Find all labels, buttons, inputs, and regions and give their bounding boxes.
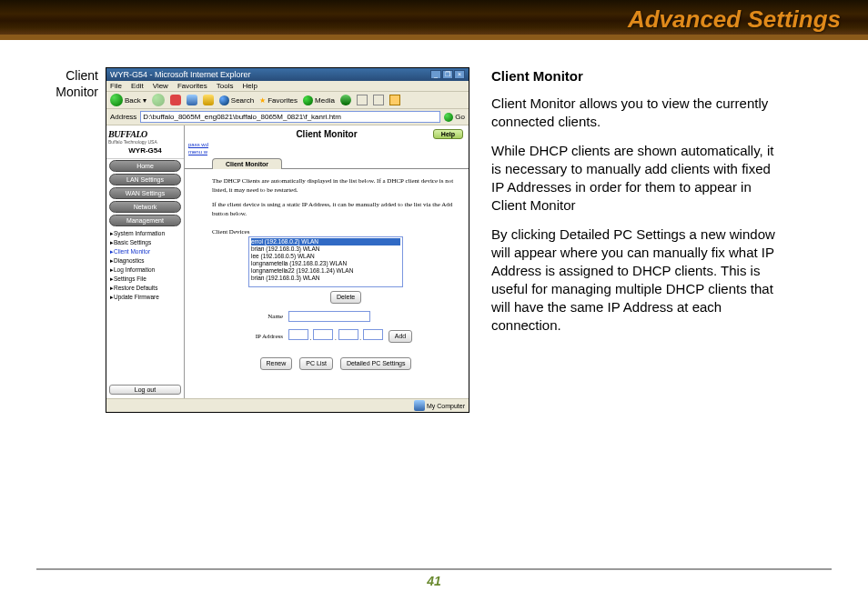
menu-tools[interactable]: Tools [217,82,234,90]
add-button[interactable]: Add [389,330,412,343]
nav-network[interactable]: Network [109,201,181,213]
nav-home[interactable]: Home [109,160,181,172]
subnav-client-monitor[interactable]: ▸Client Monitor [108,247,182,256]
browser-menu-bar: File Edit View Favorites Tools Help [106,81,469,92]
ip-octet-3[interactable] [338,329,358,340]
breadcrumb-links: pass wd menu w [185,141,469,155]
refresh-icon[interactable] [187,95,197,105]
buffalo-logo: BUFFALO [108,129,182,139]
tab-bar: Client Monitor [185,157,469,169]
subnav-settings-file[interactable]: ▸Settings File [108,275,182,284]
stop-icon[interactable] [170,95,181,105]
client-devices-label: Client Devices [212,227,459,236]
figure-caption-l2: Monitor [56,85,98,99]
subnav-system-information[interactable]: ▸System Information [108,229,182,238]
media-button[interactable]: Media [303,95,335,105]
list-item[interactable]: errol (192.168.0.2) WLAN [251,238,400,245]
logout-button[interactable]: Log out [109,385,181,395]
my-computer-icon [414,400,425,411]
list-item[interactable]: lee (192.168.0.5) WLAN [251,253,400,260]
mail-icon[interactable] [357,95,368,105]
help-button[interactable]: Help [433,129,463,139]
subnav-diagnostics[interactable]: ▸Diagnostics [108,256,182,265]
embedded-browser-screenshot: WYR-G54 - Microsoft Internet Explorer _ … [106,67,469,413]
subnav-basic-settings[interactable]: ▸Basic Settings [108,238,182,247]
search-icon [219,95,229,105]
link-pass[interactable]: pass wd [188,141,469,148]
document-section-title: Advanced Settings [628,5,841,34]
paragraph: While DHCP clients are shown automatical… [491,142,779,215]
window-buttons: _ ❐ × [430,70,465,79]
menu-view[interactable]: View [153,82,168,90]
address-bar: Address D:\buffalo_8065M_eng0821\buffalo… [106,109,469,125]
router-model: WYR-G54 [108,146,182,155]
nav-management[interactable]: Management [109,215,181,226]
subnav-restore-defaults[interactable]: ▸Restore Defaults [108,284,182,293]
buffalo-subtitle: Buffalo Technology USA [108,139,182,145]
media-icon [303,95,313,105]
menu-favorites[interactable]: Favorites [177,82,207,90]
client-devices-listbox[interactable]: errol (192.168.0.2) WLAN brian (192.168.… [248,236,403,287]
figure-caption-l1: Client [66,68,98,83]
edit-icon[interactable] [389,95,400,105]
manual-text-column: Client Monitor Client Monitor allows you… [469,67,779,413]
status-text: My Computer [427,403,465,409]
minimize-button[interactable]: _ [430,70,441,79]
ip-octet-4[interactable] [363,329,383,340]
list-item[interactable]: longnametella22 (192.168.1.24) WLAN [251,267,400,275]
back-button[interactable]: Back ▾ [110,94,146,106]
browser-status-bar: My Computer [106,398,469,412]
url-input[interactable]: D:\buffalo_8065M_eng0821\buffalo_8065M_0… [140,111,440,123]
forward-button[interactable] [152,94,165,106]
nav-wan-settings[interactable]: WAN Settings [109,187,181,199]
ip-octet-2[interactable] [313,329,333,340]
list-item[interactable]: brian (192.168.0.3) WLAN [251,245,400,253]
tab-client-monitor[interactable]: Client Monitor [212,158,282,169]
router-logo-box: BUFFALO Buffalo Technology USA WYR-G54 [106,125,184,159]
menu-edit[interactable]: Edit [131,82,144,90]
document-content: Client Monitor WYR-G54 - Microsoft Inter… [0,40,868,413]
ip-octet-1[interactable] [288,329,308,340]
figure-caption: Client Monitor [15,67,106,413]
renew-button[interactable]: Renew [260,357,293,370]
name-label: Name [212,312,283,321]
home-icon[interactable] [203,95,214,105]
subnav-log-information[interactable]: ▸Log Information [108,265,182,275]
list-item[interactable]: longnametella (192.168.0.23) WLAN [251,260,400,267]
paragraph: Client Monitor allows you to view the cu… [491,95,779,131]
link-menu[interactable]: menu w [188,148,469,155]
page-footer: 41 [36,568,832,588]
name-input[interactable] [288,311,370,322]
maximize-button[interactable]: ❐ [442,70,453,79]
subnav-update-firmware[interactable]: ▸Update Firmware [108,293,182,302]
menu-file[interactable]: File [110,82,122,90]
list-item[interactable]: brian (192.168.0.3) WLAN [251,275,400,282]
print-icon[interactable] [373,95,384,105]
address-label: Address [110,113,136,121]
panel-title: Client Monitor [185,125,469,141]
page-content: BUFFALO Buffalo Technology USA WYR-G54 H… [106,125,469,398]
back-icon [110,94,123,106]
delete-button[interactable]: Delete [330,291,361,304]
page-number: 41 [427,574,441,588]
history-icon[interactable] [340,95,351,105]
panel-body: The DHCP Clients are automatically displ… [185,169,469,374]
router-main-panel: Help Client Monitor pass wd menu w Clien… [185,125,469,398]
paragraph: By clicking Detailed PC Settings a new w… [491,225,779,335]
instructions-p2: If the client device is using a static I… [212,200,459,218]
search-button[interactable]: Search [219,95,254,105]
nav-lan-settings[interactable]: LAN Settings [109,174,181,185]
favorites-button[interactable]: ★Favorites [259,96,298,105]
management-submenu: ▸System Information ▸Basic Settings ▸Cli… [108,229,182,302]
section-heading: Client Monitor [491,67,779,85]
menu-help[interactable]: Help [242,82,257,90]
close-button[interactable]: × [454,70,465,79]
router-sidebar: BUFFALO Buffalo Technology USA WYR-G54 H… [106,125,185,398]
window-title-bar: WYR-G54 - Microsoft Internet Explorer _ … [106,68,469,81]
detailed-pc-settings-button[interactable]: Detailed PC Settings [340,357,412,370]
go-button[interactable]: Go [444,113,465,122]
ip-address-label: IP Address [212,332,283,341]
go-icon [444,113,453,122]
instructions-p1: The DHCP Clients are automatically displ… [212,176,459,195]
pc-list-button[interactable]: PC List [299,357,333,370]
